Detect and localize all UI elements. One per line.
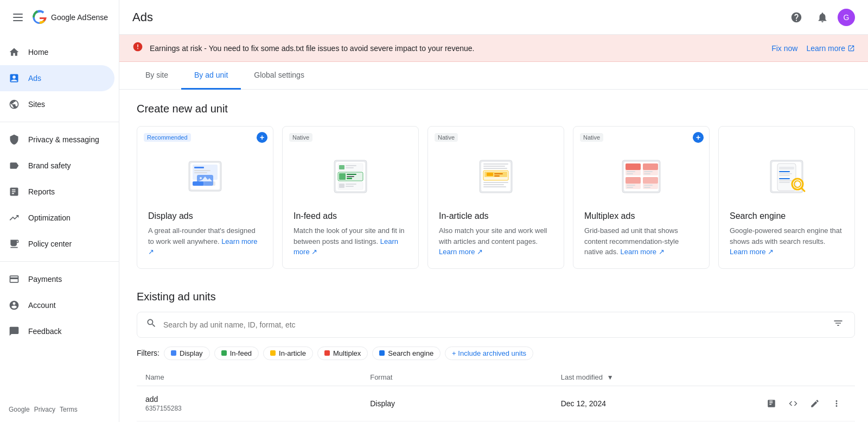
svg-point-10 xyxy=(200,177,202,179)
svg-rect-36 xyxy=(483,182,508,183)
sidebar-footer: Google Privacy Terms xyxy=(0,401,119,422)
search-engine-card-desc: Google-powered search engine that shows … xyxy=(730,225,844,257)
filter-search-engine[interactable]: Search engine xyxy=(372,347,441,360)
display-learn-more[interactable]: Learn more ↗ xyxy=(148,237,258,256)
svg-rect-64 xyxy=(779,178,790,179)
learn-more-link[interactable]: Learn more xyxy=(806,44,855,53)
row0-edit-btn[interactable] xyxy=(805,394,825,413)
svg-rect-14 xyxy=(339,165,344,169)
row0-name: add xyxy=(145,395,353,404)
row0-code-btn[interactable] xyxy=(783,394,803,413)
search-input[interactable] xyxy=(163,320,824,329)
sidebar-item-ads[interactable]: Ads xyxy=(0,65,114,91)
sidebar-item-label-feedback: Feedback xyxy=(28,327,61,336)
sidebar-item-reports[interactable]: Reports xyxy=(0,179,114,205)
infeed-learn-more[interactable]: Learn more ↗ xyxy=(293,237,398,256)
svg-rect-62 xyxy=(779,173,792,174)
row0-preview-btn[interactable] xyxy=(762,394,781,413)
sidebar-item-label-home: Home xyxy=(28,48,48,56)
include-archived-chip[interactable]: + Include archived units xyxy=(445,347,533,360)
sidebar-item-label-policy: Policy center xyxy=(28,240,72,248)
multiplex-learn-more[interactable]: Learn more ↗ xyxy=(621,248,665,256)
row0-more-btn[interactable] xyxy=(827,394,846,413)
svg-rect-35 xyxy=(494,175,500,177)
ad-units-table: Name Format Last modified ▼ xyxy=(137,369,855,423)
svg-rect-56 xyxy=(644,187,650,188)
search-engine-card-name: Search engine xyxy=(730,211,844,221)
sidebar-item-home[interactable]: Home xyxy=(0,39,114,65)
policy-icon xyxy=(9,238,20,249)
display-card-name: Display ads xyxy=(148,211,262,221)
sidebar-item-optimization[interactable]: Optimization xyxy=(0,205,114,231)
search-engine-dot xyxy=(379,350,385,356)
sidebar-item-payments[interactable]: Payments xyxy=(0,266,114,292)
alert-actions: Fix now Learn more xyxy=(771,44,855,53)
svg-rect-19 xyxy=(347,174,356,175)
help-button[interactable] xyxy=(786,7,807,28)
existing-section-title: Existing ad units xyxy=(137,291,855,303)
filter-inarticle[interactable]: In-article xyxy=(263,347,313,360)
filter-infeed[interactable]: In-feed xyxy=(214,347,259,360)
sidebar-item-sites[interactable]: Sites xyxy=(0,91,114,117)
svg-rect-24 xyxy=(346,184,356,185)
svg-rect-55 xyxy=(644,185,653,186)
sidebar-item-label-ads: Ads xyxy=(28,74,41,83)
filter-multiplex[interactable]: Multiplex xyxy=(317,347,368,360)
infeed-badge: Native xyxy=(289,133,312,142)
fix-now-link[interactable]: Fix now xyxy=(771,44,797,53)
sidebar-item-label-brand-safety: Brand safety xyxy=(28,161,71,170)
footer-google-link[interactable]: Google xyxy=(9,406,30,413)
filter-icon[interactable] xyxy=(831,316,846,333)
col-name[interactable]: Name xyxy=(137,369,361,386)
alert-icon xyxy=(132,41,143,55)
multiplex-ads-card[interactable]: Native + xyxy=(573,126,710,269)
svg-rect-28 xyxy=(483,163,508,165)
avatar[interactable]: G xyxy=(838,9,855,26)
create-section-title: Create new ad unit xyxy=(137,103,855,115)
multiplex-plus-icon: + xyxy=(693,132,704,143)
sidebar-item-policy-center[interactable]: Policy center xyxy=(0,231,114,257)
tab-by-site[interactable]: By site xyxy=(132,62,181,90)
sidebar-item-privacy-messaging[interactable]: Privacy & messaging xyxy=(0,127,114,153)
tabs-container: By site By ad unit Global settings xyxy=(119,62,868,90)
tab-by-ad-unit[interactable]: By ad unit xyxy=(181,62,241,90)
search-engine-card[interactable]: Search engine Google-powered search engi… xyxy=(718,126,855,269)
display-ads-card[interactable]: Recommended + xyxy=(137,126,273,269)
svg-rect-6 xyxy=(194,172,207,173)
sites-icon xyxy=(9,99,20,110)
svg-rect-65 xyxy=(779,180,792,181)
privacy-icon xyxy=(9,134,20,145)
inarticle-illustration xyxy=(439,150,553,205)
sidebar-item-label-reports: Reports xyxy=(28,187,55,196)
sidebar-item-feedback[interactable]: Feedback xyxy=(0,318,114,344)
home-icon xyxy=(9,47,20,58)
inarticle-ads-card[interactable]: Native xyxy=(427,126,564,269)
col-last-modified[interactable]: Last modified ▼ xyxy=(552,369,753,386)
footer-terms-link[interactable]: Terms xyxy=(60,406,78,413)
sidebar-header: Google AdSense xyxy=(0,0,119,35)
svg-rect-37 xyxy=(483,184,504,185)
filter-display[interactable]: Display xyxy=(164,347,210,360)
search-icon xyxy=(146,318,157,331)
menu-icon[interactable] xyxy=(9,9,27,26)
reports-icon xyxy=(9,186,20,197)
external-link-icon xyxy=(847,45,855,52)
notifications-button[interactable] xyxy=(812,7,833,28)
sidebar-item-brand-safety[interactable]: Brand safety xyxy=(0,153,114,179)
display-card-desc: A great all-rounder that's designed to w… xyxy=(148,225,262,257)
svg-rect-46 xyxy=(643,163,658,170)
svg-rect-21 xyxy=(347,178,352,179)
feedback-icon xyxy=(9,326,20,337)
alert-text: Earnings at risk - You need to fix some … xyxy=(150,44,765,53)
inarticle-learn-more[interactable]: Learn more ↗ xyxy=(439,248,483,256)
svg-rect-5 xyxy=(194,170,210,171)
search-engine-learn-more[interactable]: Learn more ↗ xyxy=(730,248,774,256)
svg-rect-47 xyxy=(644,171,653,172)
sidebar-item-account[interactable]: Account xyxy=(0,292,114,318)
row0-id: 6357155283 xyxy=(145,405,353,412)
tab-global-settings[interactable]: Global settings xyxy=(241,62,317,90)
svg-rect-50 xyxy=(626,177,641,184)
infeed-ads-card[interactable]: Native xyxy=(282,126,419,269)
footer-privacy-link[interactable]: Privacy xyxy=(34,406,55,413)
svg-rect-30 xyxy=(483,168,507,169)
